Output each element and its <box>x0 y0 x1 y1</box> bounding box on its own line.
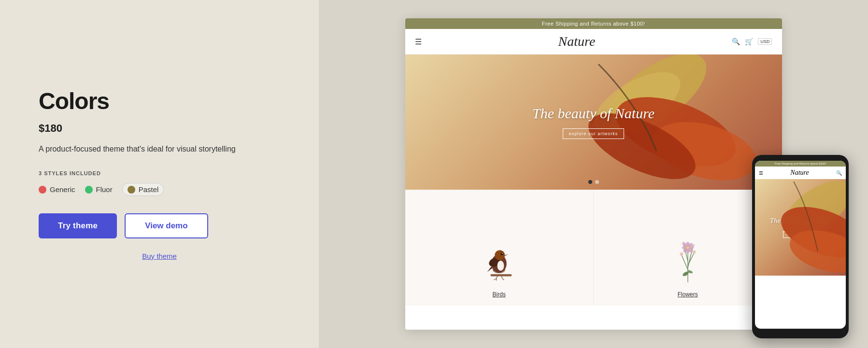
store-logo: Nature <box>558 34 596 49</box>
buy-theme-link[interactable]: Buy theme <box>39 252 280 260</box>
left-panel: Colors $180 A product-focused theme that… <box>0 0 319 348</box>
carousel-dot-2[interactable] <box>595 180 599 184</box>
svg-point-40 <box>693 251 695 253</box>
fluor-label: Fluor <box>96 185 113 194</box>
product-cell-birds: Birds <box>405 190 594 306</box>
mobile-search-icon[interactable]: 🔍 <box>836 170 842 176</box>
pastel-label: Pastel <box>139 185 159 194</box>
svg-line-16 <box>494 278 497 280</box>
mobile-preview: Free Shipping and Returns above $100! ☰ … <box>752 155 849 338</box>
theme-price: $180 <box>39 122 280 135</box>
svg-marker-10 <box>505 254 509 256</box>
search-icon[interactable]: 🔍 <box>732 38 740 45</box>
style-fluor[interactable]: Fluor <box>85 185 113 194</box>
mobile-hero: The beauty of Nature explore our artwork… <box>755 179 846 276</box>
styles-label: 3 STYLES INCLUDED <box>39 170 280 176</box>
svg-point-39 <box>681 253 683 255</box>
svg-line-19 <box>502 278 504 280</box>
hero-title: The beauty of Nature <box>532 105 655 122</box>
try-theme-button[interactable]: Try theme <box>39 213 117 238</box>
svg-marker-13 <box>487 266 493 272</box>
store-nav: ☰ Nature 🔍 🛒 USD <box>405 29 782 55</box>
nav-icons: 🔍 🛒 USD <box>732 38 772 45</box>
generic-dot <box>39 186 46 194</box>
pastel-dot <box>128 186 135 194</box>
usd-badge[interactable]: USD <box>758 38 772 45</box>
generic-label: Generic <box>50 185 75 194</box>
svg-point-11 <box>501 252 503 255</box>
hero-section: The beauty of Nature explore our artwork… <box>405 55 782 190</box>
theme-description: A product-focused theme that's ideal for… <box>39 143 242 155</box>
product-grid: Birds <box>405 190 782 306</box>
style-pastel[interactable]: Pastel <box>122 183 164 196</box>
desktop-preview: Free Shipping and Returns above $100! ☰ … <box>405 18 782 330</box>
fluor-dot <box>85 186 93 194</box>
cart-icon[interactable]: 🛒 <box>745 38 753 45</box>
action-buttons: Try theme View demo <box>39 213 280 238</box>
carousel-dots <box>588 180 599 184</box>
right-panel: Free Shipping and Returns above $100! ☰ … <box>319 0 868 348</box>
mobile-nav: ☰ Nature 🔍 <box>755 167 846 179</box>
mobile-store-logo: Nature <box>790 169 809 177</box>
store-banner: Free Shipping and Returns above $100! <box>405 18 782 29</box>
theme-title: Colors <box>39 88 280 114</box>
hero-content: The beauty of Nature explore our artwork… <box>532 105 655 139</box>
carousel-dot-1[interactable] <box>588 180 592 184</box>
product-label-flowers[interactable]: Flowers <box>678 291 698 298</box>
styles-list: Generic Fluor Pastel <box>39 183 280 196</box>
product-label-birds[interactable]: Birds <box>493 291 506 298</box>
hero-explore-button[interactable]: explore our artworks <box>563 128 625 139</box>
bird-image <box>480 219 518 286</box>
style-generic[interactable]: Generic <box>39 185 75 194</box>
svg-point-8 <box>498 261 504 271</box>
flower-image <box>669 219 707 286</box>
mobile-screen: Free Shipping and Returns above $100! ☰ … <box>755 161 846 329</box>
mobile-hamburger-icon[interactable]: ☰ <box>759 170 763 176</box>
svg-point-38 <box>686 247 689 249</box>
svg-point-12 <box>502 253 503 254</box>
mobile-banner: Free Shipping and Returns above $100! <box>755 161 846 167</box>
view-demo-button[interactable]: View demo <box>125 213 208 238</box>
svg-point-9 <box>495 250 505 260</box>
hamburger-icon[interactable]: ☰ <box>415 37 422 46</box>
